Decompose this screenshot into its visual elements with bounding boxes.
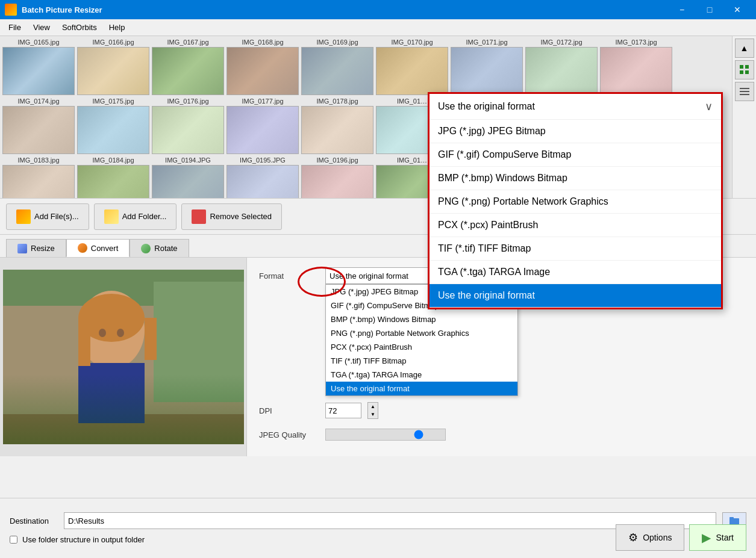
tab-resize[interactable]: Resize [6, 239, 66, 257]
remove-selected-button[interactable]: Remove Selected [181, 203, 282, 230]
dd-item-pcx[interactable]: PCX (*.pcx) PaintBrush [326, 340, 517, 354]
titlebar: Batch Picture Resizer − □ ✕ [0, 0, 756, 19]
menu-softorbits[interactable]: SoftOrbits [56, 20, 103, 34]
thumb-img0173[interactable]: IMG_0173.jpg [600, 39, 672, 95]
svg-rect-19 [729, 517, 734, 519]
thumb-img0174[interactable]: IMG_0174.jpg [2, 98, 75, 154]
add-folder-button[interactable]: Add Folder... [94, 203, 177, 230]
thumb-img0195[interactable]: IMG_0195.JPG [226, 157, 299, 198]
dd-item-bmp[interactable]: BMP (*.bmp) Windows Bitmap [326, 312, 517, 326]
rotate-icon [141, 244, 151, 253]
thumb-img0176[interactable]: IMG_0176.jpg [152, 98, 224, 154]
app-icon [5, 4, 17, 16]
tab-convert[interactable]: Convert [66, 239, 130, 257]
big-dropdown-header-text: Use the original format [438, 101, 535, 112]
thumb-img0175[interactable]: IMG_0175.jpg [77, 98, 149, 154]
big-dd-original[interactable]: Use the original format [430, 284, 721, 308]
folder-structure-checkbox[interactable] [10, 536, 17, 544]
jpeg-quality-row: JPEG Quality [259, 429, 744, 441]
thumb-img0169[interactable]: IMG_0169.jpg [301, 39, 373, 95]
thumb-img0171[interactable]: IMG_0171.jpg [451, 39, 523, 95]
image-row-1: IMG_0165.jpg IMG_0166.jpg IMG_0167.jpg I… [2, 39, 729, 95]
jpeg-quality-label: JPEG Quality [259, 430, 319, 439]
add-folder-icon [104, 209, 119, 224]
big-dd-bmp[interactable]: BMP (*.bmp) Windows Bitmap [430, 167, 721, 190]
svg-rect-15 [145, 318, 157, 360]
big-dd-tif[interactable]: TIF (*.tif) TIFF Bitmap [430, 237, 721, 261]
start-arrow-icon: ▶ [702, 530, 711, 545]
tab-rotate[interactable]: Rotate [130, 239, 189, 257]
tab-convert-label: Convert [91, 244, 119, 253]
menu-file[interactable]: File [2, 20, 27, 34]
dpi-input[interactable] [325, 403, 361, 418]
big-dd-png[interactable]: PNG (*.png) Portable Network Graphics [430, 190, 721, 214]
menu-help[interactable]: Help [103, 20, 131, 34]
dpi-label: DPI [259, 406, 319, 415]
preview-image [3, 270, 244, 444]
svg-rect-3 [745, 70, 749, 74]
restore-button[interactable]: □ [696, 0, 723, 19]
dd-item-tif[interactable]: TIF (*.tif) TIFF Bitmap [326, 354, 517, 368]
dpi-up-button[interactable]: ▲ [368, 403, 378, 411]
scroll-up-button[interactable]: ▲ [735, 39, 754, 58]
options-label: Options [643, 533, 672, 542]
thumb-img0172[interactable]: IMG_0172.jpg [525, 39, 598, 95]
format-label: Format [259, 271, 319, 281]
thumb-img0184[interactable]: IMG_0184.jpg [77, 157, 149, 198]
big-dropdown-header[interactable]: Use the original format ∨ [430, 94, 721, 120]
dd-item-png[interactable]: PNG (*.png) Portable Network Graphics [326, 326, 517, 340]
remove-icon [192, 209, 206, 224]
resize-icon [17, 244, 27, 253]
dd-item-original[interactable]: Use the original format [326, 382, 517, 395]
grid-icon [739, 64, 750, 75]
svg-rect-10 [154, 282, 244, 402]
big-dd-gif[interactable]: GIF (*.gif) CompuServe Bitmap [430, 143, 721, 167]
gear-icon: ⚙ [628, 531, 638, 544]
svg-rect-14 [78, 318, 90, 366]
thumb-img0167[interactable]: IMG_0167.jpg [152, 39, 224, 95]
thumb-img0194[interactable]: IMG_0194.JPG [152, 157, 224, 198]
add-files-button[interactable]: Add File(s)... [6, 203, 89, 230]
thumb-img0168[interactable]: IMG_0168.jpg [226, 39, 299, 95]
format-selected-value: Use the original format [330, 271, 408, 281]
svg-point-17 [117, 329, 124, 337]
menubar: File View SoftOrbits Help [0, 19, 756, 36]
thumb-img0177[interactable]: IMG_0177.jpg [226, 98, 299, 154]
add-files-label: Add File(s)... [34, 212, 79, 221]
bottom-area: Destination Use folder structure in outp… [0, 498, 756, 558]
add-files-icon [16, 209, 31, 224]
start-button[interactable]: ▶ Start [689, 524, 746, 551]
remove-selected-label: Remove Selected [210, 212, 272, 221]
sidebar-right: ▲ [732, 36, 756, 198]
preview-panel [0, 258, 247, 456]
big-dd-pcx[interactable]: PCX (*.pcx) PaintBrush [430, 214, 721, 237]
big-dd-jpg[interactable]: JPG (*.jpg) JPEG Bitmap [430, 120, 721, 143]
jpeg-quality-slider[interactable] [325, 429, 446, 441]
thumb-img0166[interactable]: IMG_0166.jpg [77, 39, 149, 95]
dd-item-tga[interactable]: TGA (*.tga) TARGA Image [326, 368, 517, 382]
menu-view[interactable]: View [27, 20, 56, 34]
thumb-img0178[interactable]: IMG_0178.jpg [301, 98, 373, 154]
svg-rect-5 [740, 91, 749, 92]
svg-rect-6 [740, 94, 749, 95]
svg-rect-4 [740, 88, 749, 89]
svg-rect-12 [78, 363, 145, 423]
svg-rect-0 [740, 65, 743, 69]
thumb-img0196[interactable]: IMG_0196.jpg [301, 157, 373, 198]
big-dropdown-overlay: Use the original format ∨ JPG (*.jpg) JP… [428, 92, 723, 309]
thumb-img0170[interactable]: IMG_0170.jpg [376, 39, 448, 95]
action-buttons-row: ⚙ Options ▶ Start [616, 524, 746, 551]
options-button[interactable]: ⚙ Options [616, 524, 684, 551]
thumb-img0165[interactable]: IMG_0165.jpg [2, 39, 75, 95]
dpi-down-button[interactable]: ▼ [368, 411, 378, 418]
tab-rotate-label: Rotate [154, 244, 177, 253]
minimize-button[interactable]: − [668, 0, 696, 19]
big-dd-tga[interactable]: TGA (*.tga) TARGA Image [430, 261, 721, 284]
thumb-img0183[interactable]: IMG_0183.jpg [2, 157, 75, 198]
grid-view-button[interactable] [735, 60, 754, 79]
list-view-button[interactable] [735, 82, 754, 101]
dpi-row: DPI ▲ ▼ [259, 402, 744, 419]
add-folder-label: Add Folder... [122, 212, 167, 221]
close-button[interactable]: ✕ [723, 0, 751, 19]
svg-rect-1 [745, 65, 749, 69]
